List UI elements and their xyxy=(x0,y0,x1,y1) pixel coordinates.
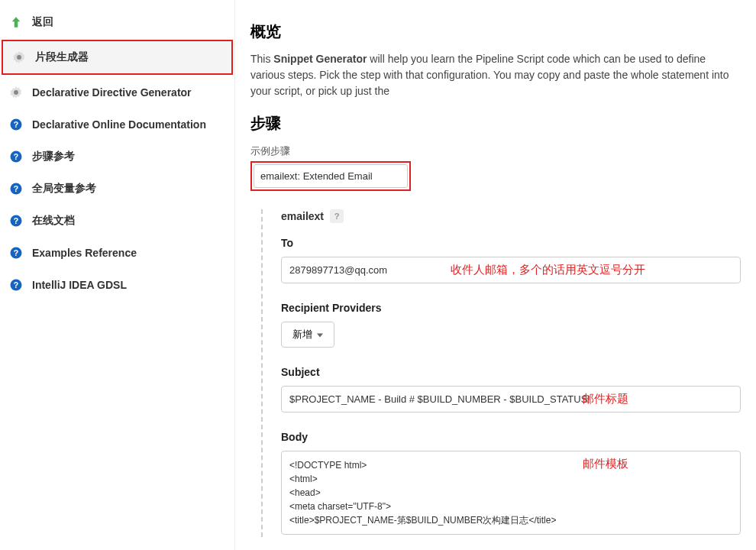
sidebar-item-snippet-generator[interactable]: 片段生成器 xyxy=(3,41,231,73)
steps-heading: 步骤 xyxy=(250,113,741,134)
field-body: Body 邮件模板 xyxy=(281,431,741,537)
body-textarea[interactable] xyxy=(281,451,741,535)
help-icon: ? xyxy=(8,148,24,165)
arrow-up-icon xyxy=(8,14,24,31)
gear-icon xyxy=(11,49,27,66)
main-content: 概览 This Snippet Generator will help you … xyxy=(235,0,756,550)
sidebar-item-label: Declarative Online Documentation xyxy=(32,118,206,131)
svg-text:?: ? xyxy=(14,216,18,225)
dropdown-highlight-box: emailext: Extended Email xyxy=(250,161,411,191)
field-to: To 收件人邮箱，多个的话用英文逗号分开 xyxy=(281,237,741,283)
svg-point-1 xyxy=(17,55,21,60)
field-recipients: Recipient Providers 新增 xyxy=(281,302,741,348)
step-config-block: emailext ? To 收件人邮箱，多个的话用英文逗号分开 Recipien… xyxy=(261,209,741,537)
sidebar-item-label: 在线文档 xyxy=(32,214,75,228)
gear-icon xyxy=(8,84,24,101)
subject-annotation: 邮件标题 xyxy=(583,392,628,406)
sidebar-item-intellij-gdsl[interactable]: ? IntelliJ IDEA GDSL xyxy=(0,269,234,301)
subject-label: Subject xyxy=(281,366,741,378)
sidebar-item-online-doc[interactable]: ? 在线文档 xyxy=(0,205,234,237)
sidebar-item-examples-reference[interactable]: ? Examples Reference xyxy=(0,237,234,269)
svg-text:?: ? xyxy=(14,120,18,129)
step-block-title: emailext ? xyxy=(281,209,741,223)
svg-text:?: ? xyxy=(14,184,18,193)
svg-point-3 xyxy=(14,90,18,95)
sidebar: 返回 片段生成器 Declarative Directive Generator… xyxy=(0,0,235,550)
sidebar-item-label: 片段生成器 xyxy=(35,50,89,64)
subject-input[interactable] xyxy=(281,386,741,412)
svg-text:?: ? xyxy=(14,248,18,257)
sidebar-item-step-reference[interactable]: ? 步骤参考 xyxy=(0,141,234,173)
step-dropdown[interactable]: emailext: Extended Email xyxy=(254,164,408,188)
to-label: To xyxy=(281,237,741,249)
caret-down-icon xyxy=(317,329,323,341)
sidebar-item-global-var-reference[interactable]: ? 全局变量参考 xyxy=(0,173,234,205)
sidebar-item-online-doc-declarative[interactable]: ? Declarative Online Documentation xyxy=(0,108,234,141)
sidebar-item-directive-generator[interactable]: Declarative Directive Generator xyxy=(0,76,234,108)
help-icon: ? xyxy=(8,277,24,293)
sidebar-item-label: 返回 xyxy=(32,15,53,29)
overview-description: This Snippet Generator will help you lea… xyxy=(250,51,741,99)
body-annotation: 邮件模板 xyxy=(583,457,628,471)
sidebar-item-label: Declarative Directive Generator xyxy=(32,86,192,99)
recipients-label: Recipient Providers xyxy=(281,302,741,314)
to-annotation: 收件人邮箱，多个的话用英文逗号分开 xyxy=(451,263,645,277)
help-icon: ? xyxy=(8,180,24,197)
sidebar-item-label: 全局变量参考 xyxy=(32,182,96,196)
overview-heading: 概览 xyxy=(250,21,741,42)
svg-text:?: ? xyxy=(14,280,18,290)
help-icon: ? xyxy=(8,116,24,133)
svg-text:?: ? xyxy=(14,152,18,161)
sidebar-item-label: 步骤参考 xyxy=(32,150,75,163)
example-step-label: 示例步骤 xyxy=(250,144,741,158)
help-icon: ? xyxy=(8,244,24,261)
add-recipient-button[interactable]: 新增 xyxy=(281,322,334,348)
body-label: Body xyxy=(281,431,741,443)
sidebar-item-label: IntelliJ IDEA GDSL xyxy=(32,279,127,291)
sidebar-item-label: Examples Reference xyxy=(32,247,137,259)
highlight-active-item: 片段生成器 xyxy=(2,40,233,75)
help-icon: ? xyxy=(8,212,24,229)
field-subject: Subject 邮件标题 xyxy=(281,366,741,412)
sidebar-item-back[interactable]: 返回 xyxy=(0,6,234,38)
help-mark-icon[interactable]: ? xyxy=(330,209,344,223)
